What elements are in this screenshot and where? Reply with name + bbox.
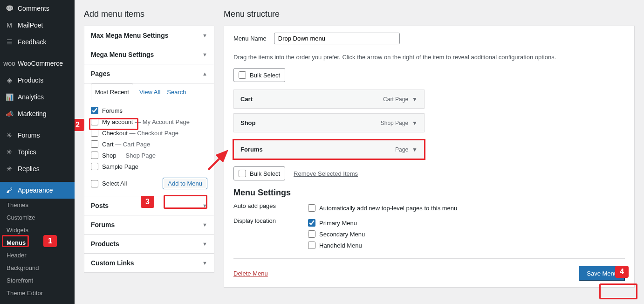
panel-custom-links[interactable]: Custom Links ▼ bbox=[84, 253, 214, 272]
menu-item-title: Forums bbox=[240, 146, 263, 153]
sidebar-item-replies[interactable]: ✳Replies bbox=[0, 160, 75, 177]
analytics-icon: 📊 bbox=[5, 92, 14, 102]
chevron-down-icon[interactable]: ▼ bbox=[412, 146, 418, 153]
bulk-checkbox[interactable] bbox=[239, 71, 246, 79]
location-1[interactable]: Secondary Menu bbox=[308, 228, 365, 240]
chevron-down-icon: ▼ bbox=[202, 222, 207, 228]
chevron-down-icon[interactable]: ▼ bbox=[412, 96, 418, 103]
bulk-select-top[interactable]: Bulk Select bbox=[233, 68, 285, 82]
tab-search[interactable]: Search bbox=[166, 83, 186, 100]
sidebar-sub-widgets[interactable]: Widgets bbox=[0, 224, 75, 236]
panel-mega-label: Mega Menu Settings bbox=[91, 51, 154, 58]
menu-name-input[interactable] bbox=[274, 33, 400, 44]
sidebar-item-topics[interactable]: ✳Topics bbox=[0, 144, 75, 160]
page-item-1[interactable]: My account — My Account Page bbox=[91, 116, 207, 127]
save-menu-button[interactable]: Save Menu bbox=[579, 266, 625, 281]
page-item-5[interactable]: Sample Page bbox=[91, 161, 207, 172]
add-menu-items-column: Add menu items Max Mega Menu Settings ▼ … bbox=[84, 0, 214, 288]
delete-menu-link[interactable]: Delete Menu bbox=[233, 270, 268, 277]
page-checkbox[interactable] bbox=[91, 129, 98, 137]
panel-mega[interactable]: Mega Menu Settings ▼ bbox=[84, 45, 214, 64]
sidebar-item-woocommerce[interactable]: wooWooCommerce bbox=[0, 55, 75, 72]
menu-item-1[interactable]: ShopShop Page ▼ bbox=[233, 113, 425, 132]
panel-posts[interactable]: Posts ▼ bbox=[84, 196, 214, 215]
menu-item-2[interactable]: ForumsPage ▼ bbox=[233, 140, 425, 159]
menu-structure-column: Menu structure Menu Name Drag the items … bbox=[224, 0, 635, 288]
add-to-menu-button[interactable]: Add to Menu bbox=[163, 178, 207, 189]
content-area: Add menu items Max Mega Menu Settings ▼ … bbox=[75, 0, 644, 304]
chevron-up-icon: ▲ bbox=[202, 71, 207, 76]
chevron-down-icon[interactable]: ▼ bbox=[412, 120, 418, 126]
page-item-0[interactable]: Forums bbox=[91, 105, 207, 116]
panel-products[interactable]: Products ▼ bbox=[84, 234, 214, 253]
sidebar-item-label: Marketing bbox=[18, 110, 46, 117]
sidebar-sub-header[interactable]: Header bbox=[0, 249, 75, 262]
page-checkbox[interactable] bbox=[91, 152, 98, 159]
page-checkbox[interactable] bbox=[91, 107, 98, 114]
bulk-checkbox-bottom[interactable] bbox=[239, 170, 246, 177]
display-location-label: Display location bbox=[233, 217, 289, 224]
bulk-label: Bulk Select bbox=[250, 72, 280, 79]
appearance-icon: 🖌 bbox=[5, 186, 14, 195]
sidebar-sub-background[interactable]: Background bbox=[0, 262, 75, 274]
sidebar-sub-customize[interactable]: Customize bbox=[0, 211, 75, 224]
replies-icon: ✳ bbox=[5, 164, 14, 173]
sidebar-item-mailpoet[interactable]: MMailPoet bbox=[0, 17, 75, 34]
panel-pages[interactable]: Pages ▲ bbox=[84, 64, 214, 83]
chevron-down-icon: ▼ bbox=[202, 52, 207, 57]
sidebar-item-appearance[interactable]: 🖌Appearance bbox=[0, 182, 75, 199]
page-label: Forums bbox=[102, 107, 123, 114]
location-checkbox[interactable] bbox=[308, 230, 315, 238]
menu-item-0[interactable]: CartCart Page ▼ bbox=[233, 90, 425, 109]
page-label: Cart — Cart Page bbox=[102, 141, 150, 148]
sidebar-item-feedback[interactable]: ☰Feedback bbox=[0, 34, 75, 50]
menu-settings-heading: Menu Settings bbox=[233, 188, 625, 198]
page-item-2[interactable]: Checkout — Checkout Page bbox=[91, 127, 207, 138]
page-checkbox[interactable] bbox=[91, 118, 98, 125]
menu-structure-heading: Menu structure bbox=[224, 9, 635, 19]
auto-add-checkbox[interactable] bbox=[308, 204, 315, 212]
sidebar-item-analytics[interactable]: 📊Analytics bbox=[0, 89, 75, 105]
sidebar-sub-storefront[interactable]: Storefront bbox=[0, 274, 75, 287]
sidebar-item-label: Comments bbox=[18, 5, 49, 12]
sidebar-sub-themes[interactable]: Themes bbox=[0, 199, 75, 211]
page-label: Shop — Shop Page bbox=[102, 152, 156, 159]
page-label: Checkout — Checkout Page bbox=[102, 130, 178, 137]
chevron-down-icon: ▼ bbox=[202, 260, 207, 266]
sidebar-item-comments[interactable]: 💬Comments bbox=[0, 0, 75, 17]
remove-selected-link[interactable]: Remove Selected Items bbox=[294, 170, 358, 177]
sidebar-item-forums[interactable]: ✳Forums bbox=[0, 127, 75, 144]
sidebar-sub-menus[interactable]: Menus bbox=[0, 236, 75, 249]
sidebar-item-label: MailPoet bbox=[18, 21, 43, 29]
sidebar-item-products[interactable]: ◈Products bbox=[0, 72, 75, 89]
location-checkbox[interactable] bbox=[308, 242, 315, 249]
location-0[interactable]: Primary Menu bbox=[308, 217, 365, 228]
sidebar-item-label: Replies bbox=[18, 165, 40, 173]
tab-most-recent[interactable]: Most Recent bbox=[91, 83, 133, 100]
panel-forums[interactable]: Forums ▼ bbox=[84, 215, 214, 234]
auto-add-row[interactable]: Automatically add new top-level pages to… bbox=[308, 202, 457, 214]
sidebar-item-marketing[interactable]: 📣Marketing bbox=[0, 105, 75, 122]
panel-custom-label: Custom Links bbox=[91, 259, 134, 267]
panel-maxmega-label: Max Mega Menu Settings bbox=[91, 32, 168, 39]
auto-add-text: Automatically add new top-level pages to… bbox=[319, 205, 457, 212]
select-all-row[interactable]: Select All bbox=[91, 178, 127, 189]
location-checkbox[interactable] bbox=[308, 219, 315, 227]
location-2[interactable]: Handheld Menu bbox=[308, 240, 365, 251]
menu-name-label: Menu Name bbox=[233, 35, 267, 42]
sidebar-item-label: Feedback bbox=[18, 38, 46, 46]
page-label: Sample Page bbox=[102, 163, 138, 170]
page-item-4[interactable]: Shop — Shop Page bbox=[91, 150, 207, 161]
tab-view-all[interactable]: View All bbox=[139, 83, 161, 100]
forums-icon: ✳ bbox=[5, 131, 14, 140]
page-checkbox[interactable] bbox=[91, 163, 98, 170]
page-label: My account — My Account Page bbox=[102, 118, 190, 125]
menu-item-type: Page ▼ bbox=[395, 146, 418, 153]
sidebar-sub-theme-editor[interactable]: Theme Editor bbox=[0, 287, 75, 299]
select-all-checkbox[interactable] bbox=[91, 180, 98, 187]
menu-item-type: Cart Page ▼ bbox=[383, 96, 418, 103]
panel-maxmega[interactable]: Max Mega Menu Settings ▼ bbox=[84, 26, 214, 45]
page-item-3[interactable]: Cart — Cart Page bbox=[91, 138, 207, 150]
bulk-select-bottom[interactable]: Bulk Select bbox=[233, 166, 285, 180]
page-checkbox[interactable] bbox=[91, 140, 98, 148]
